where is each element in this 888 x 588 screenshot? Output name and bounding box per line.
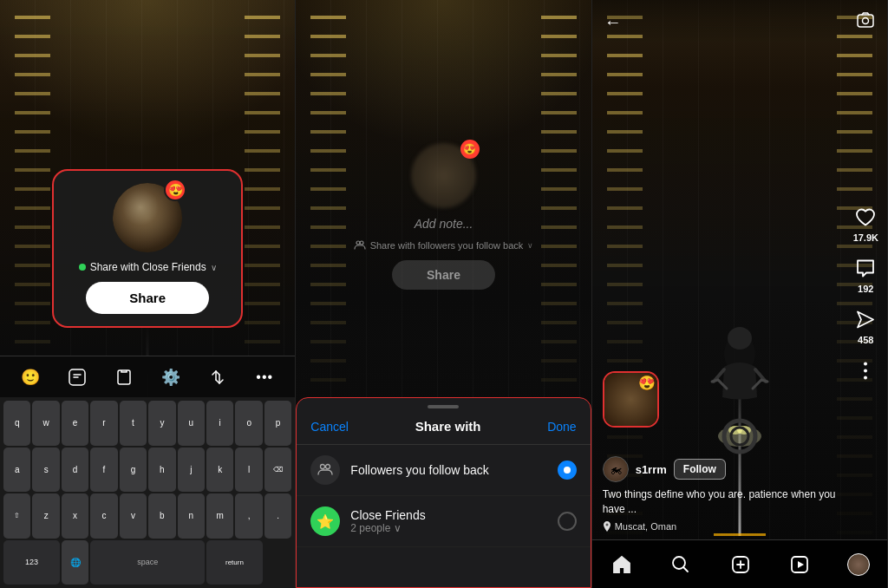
followers-row[interactable]: Followers you follow back [297,445,590,496]
key-q[interactable]: q [3,401,30,446]
share-with-row[interactable]: Share with Close Friends ∨ [79,261,217,273]
key-z[interactable]: z [32,493,59,539]
close-friends-title: Close Friends [350,508,425,522]
key-shift[interactable]: ⇧ [3,493,30,539]
bottom-info: 🏍 s1rrm Follow Two things define who you… [603,456,844,532]
key-n[interactable]: n [178,493,205,539]
share-with-followers-label: Share with followers you follow back [370,240,524,251]
close-friends-row[interactable]: ⭐ Close Friends 2 people ∨ [297,496,590,547]
note-placeholder[interactable]: Add note... [415,217,473,231]
emoji-icon[interactable]: 🙂 [16,363,44,391]
nav-profile-avatar[interactable] [847,553,870,576]
key-w[interactable]: w [32,401,59,446]
followers-title: Followers you follow back [350,463,489,477]
close-friends-sub: 2 people ∨ [350,522,425,534]
key-k[interactable]: k [206,448,233,493]
key-x[interactable]: x [62,493,88,539]
key-v[interactable]: v [120,493,147,539]
key-y[interactable]: y [148,401,175,446]
sheet-header: Cancel Share with Done [297,419,590,445]
more-icon[interactable]: ••• [251,363,278,391]
key-space[interactable]: space [90,540,205,585]
key-o[interactable]: o [235,401,262,446]
follow-button[interactable]: Follow [674,459,726,480]
like-icon [853,206,878,230]
share-card: 😍 Share with Close Friends ∨ Share [52,169,243,328]
sheet-title: Share with [415,419,481,434]
key-t[interactable]: t [120,401,147,446]
caption: Two things define who you are. patience … [603,487,844,517]
nav-search-icon[interactable] [669,552,693,577]
clipboard-icon[interactable] [110,363,138,391]
top-bar: ← [592,0,887,43]
done-button[interactable]: Done [547,420,576,434]
svg-point-18 [605,524,608,526]
key-d[interactable]: d [62,448,88,493]
comment-icon [853,257,878,281]
more-action[interactable] [853,359,878,383]
comment-count: 192 [858,284,873,294]
svg-rect-13 [858,15,873,27]
key-comma[interactable]: , [235,493,262,539]
cancel-button[interactable]: Cancel [310,420,349,434]
key-p[interactable]: p [264,401,291,446]
emoji-badge-2: 😍 [460,140,480,159]
key-u[interactable]: u [178,401,205,446]
svg-point-15 [864,363,867,366]
location-row: Muscat, Oman [603,521,844,532]
key-emoji-kb[interactable]: 🌐 [62,540,88,585]
key-123[interactable]: 123 [3,540,60,585]
key-m[interactable]: m [206,493,233,539]
svg-point-16 [864,369,867,373]
story-thumbnail[interactable]: 😍 [603,371,659,428]
key-h[interactable]: h [148,448,175,493]
key-c[interactable]: c [90,493,117,539]
green-dot [79,264,86,271]
followers-radio-selected[interactable] [558,461,577,480]
nav-home-icon[interactable] [610,552,634,577]
settings-icon[interactable]: ⚙️ [157,363,185,391]
key-j[interactable]: j [178,448,205,493]
motorcycle-visual [688,302,792,458]
close-friends-row-text: Close Friends 2 people ∨ [350,508,425,534]
share-button-disabled: Share [392,260,495,290]
key-a[interactable]: a [3,448,30,493]
sticker-icon[interactable] [63,363,91,391]
close-friends-radio-empty[interactable] [558,512,577,531]
user-row: 🏍 s1rrm Follow [603,456,844,482]
nav-add-icon[interactable] [728,552,753,577]
key-period[interactable]: . [264,493,291,539]
share-button[interactable]: Share [86,282,209,314]
share-count: 458 [858,335,873,345]
road-yellow-line [714,533,766,536]
followers-icon [310,455,340,485]
panel-story-share: 😍 Share with Close Friends ∨ Share 🙂 ⚙️ … [0,0,296,588]
panel-note-share: 😍 Add note... Share with followers you f… [296,0,591,588]
user-avatar: 🏍 [603,456,629,482]
like-action[interactable]: 17.9K [853,206,878,243]
bottom-nav [592,539,887,588]
key-b[interactable]: b [148,493,175,539]
followers-row-text: Followers you follow back [350,463,489,477]
nav-reels-icon[interactable] [787,552,812,577]
key-f[interactable]: f [90,448,117,493]
back-button[interactable]: ← [604,12,622,32]
key-i[interactable]: i [206,401,233,446]
comment-action[interactable]: 192 [853,257,878,294]
share-action[interactable]: 458 [853,308,878,345]
share-with-followers-row[interactable]: Share with followers you follow back ∨ [354,239,534,252]
key-s[interactable]: s [32,448,59,493]
key-e[interactable]: e [62,401,88,446]
key-g[interactable]: g [120,448,147,493]
chevron-down-icon: ∨ [211,263,217,272]
camera-button[interactable] [856,10,875,34]
key-del[interactable]: ⌫ [264,448,291,493]
transfer-icon[interactable] [204,363,232,391]
sheet-handle [428,405,459,408]
emoji-badge: 😍 [164,179,186,201]
action-bar: 17.9K 192 458 [853,206,878,383]
key-return[interactable]: return [206,540,263,585]
close-friends-icon: ⭐ [310,506,340,536]
key-l[interactable]: l [235,448,262,493]
key-r[interactable]: r [90,401,117,446]
